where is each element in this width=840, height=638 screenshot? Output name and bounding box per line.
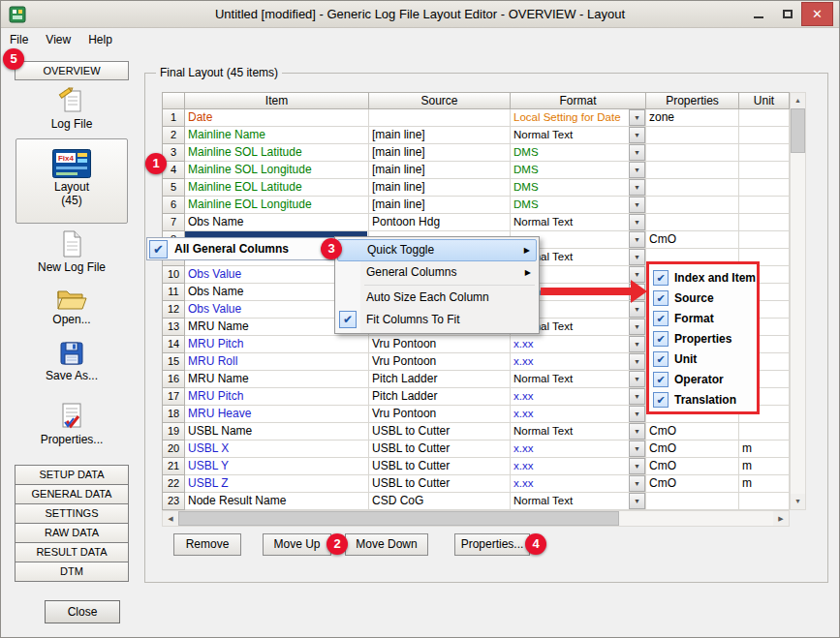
- table-row[interactable]: 3Mainline SOL Latitude[main line]DMS▼: [162, 144, 790, 162]
- vertical-scrollbar[interactable]: ▲ ▼: [790, 92, 806, 510]
- table-row[interactable]: 6Mainline EOL Longitude[main line]DMS▼: [162, 197, 790, 214]
- move-up-button[interactable]: Move Up: [263, 533, 331, 556]
- dropdown-arrow-icon[interactable]: ▼: [629, 475, 645, 492]
- checkbox-checked-icon[interactable]: ✔: [653, 351, 669, 367]
- menu-item-auto-size-each-column[interactable]: Auto Size Each Column: [337, 287, 537, 309]
- checkbox-checked-icon[interactable]: ✔: [653, 372, 669, 387]
- menu-item-fit-columns-to-fit[interactable]: Fit Columns To Fit✔: [337, 309, 537, 331]
- column-toggle-row[interactable]: ✔Properties: [653, 328, 757, 349]
- dropdown-arrow-icon[interactable]: ▼: [629, 441, 645, 457]
- sidebar-button-settings[interactable]: SETTINGS: [15, 503, 129, 524]
- column-toggle-row[interactable]: ✔Format: [653, 308, 757, 328]
- checkbox-checked-icon[interactable]: ✔: [653, 392, 669, 408]
- all-general-columns-bar[interactable]: ✔ All General Columns: [146, 237, 343, 260]
- format-cell: x.xx▼: [511, 406, 646, 423]
- table-row[interactable]: 22USBL ZUSBL to Cutterx.xx▼CmOm: [162, 475, 790, 493]
- sidebar-item-properties[interactable]: Properties...: [16, 402, 128, 446]
- dropdown-arrow-icon[interactable]: ▼: [629, 406, 645, 422]
- menu-item-general-columns[interactable]: General Columns▶: [337, 261, 537, 284]
- menu-item-help[interactable]: Help: [79, 28, 121, 51]
- format-cell: x.xx▼: [511, 388, 646, 406]
- table-row[interactable]: 2Mainline Name[main line]Normal Text▼: [162, 127, 790, 144]
- dropdown-arrow-icon[interactable]: ▼: [629, 197, 645, 213]
- sidebar-button-setup-data[interactable]: SETUP DATA: [15, 465, 129, 485]
- scroll-right-icon[interactable]: ▶: [773, 511, 789, 526]
- sidebar-button-general-data[interactable]: GENERAL DATA: [15, 484, 129, 504]
- annotation-badge-2: 2: [327, 533, 348, 555]
- table-row[interactable]: 20USBL XUSBL to Cutterx.xx▼CmOm: [162, 441, 790, 458]
- dropdown-arrow-icon[interactable]: ▼: [629, 162, 645, 178]
- dropdown-arrow-icon[interactable]: ▼: [629, 319, 645, 335]
- minimize-button[interactable]: [744, 2, 773, 26]
- close-button[interactable]: ✕: [801, 2, 833, 26]
- unit-cell: m: [739, 441, 790, 458]
- dropdown-arrow-icon[interactable]: ▼: [629, 388, 645, 405]
- move-down-button[interactable]: Move Down: [345, 533, 428, 556]
- dropdown-arrow-icon[interactable]: ▼: [629, 214, 645, 230]
- remove-button[interactable]: Remove: [173, 533, 241, 556]
- sidebar-item-log-file[interactable]: Log File: [16, 86, 128, 131]
- item-cell: MRU Roll: [185, 353, 369, 371]
- unit-cell: [739, 214, 790, 231]
- table-row[interactable]: 1DateLocal Setting for Date▼zone: [162, 109, 790, 127]
- dropdown-arrow-icon[interactable]: ▼: [629, 231, 645, 248]
- column-toggle-row[interactable]: ✔Source: [653, 288, 757, 308]
- close-dialog-button[interactable]: Close: [45, 600, 120, 623]
- table-row[interactable]: 23Node Result NameCSD CoGNormal Text▼: [162, 493, 790, 510]
- annotation-badge-4: 4: [525, 533, 546, 555]
- table-row[interactable]: 7Obs NamePontoon HdgNormal Text▼: [162, 214, 790, 231]
- menu-item-view[interactable]: View: [37, 28, 79, 51]
- row-number: 12: [162, 301, 185, 319]
- dropdown-arrow-icon[interactable]: ▼: [629, 336, 645, 352]
- sidebar-item-open[interactable]: Open...: [16, 286, 128, 326]
- sidebar-button-result-data[interactable]: RESULT DATA: [15, 542, 129, 562]
- scroll-left-icon[interactable]: ◀: [163, 511, 178, 526]
- source-cell: Pitch Ladder: [369, 388, 511, 406]
- sidebar-header-overview[interactable]: OVERVIEW: [15, 61, 129, 80]
- column-toggle-row[interactable]: ✔Operator: [653, 369, 757, 389]
- source-cell: Vru Pontoon: [369, 336, 511, 353]
- table-row[interactable]: 21USBL YUSBL to Cutterx.xx▼CmOm: [162, 458, 790, 475]
- menu-item-file[interactable]: File: [1, 28, 37, 51]
- checkbox-checked-icon[interactable]: ✔: [653, 311, 669, 326]
- dropdown-arrow-icon[interactable]: ▼: [629, 423, 645, 440]
- column-toggle-row[interactable]: ✔Translation: [653, 389, 757, 410]
- sidebar-item-new-log-file[interactable]: New Log File: [16, 229, 128, 274]
- row-number: 1: [162, 109, 185, 127]
- checkbox-checked-icon[interactable]: ✔: [653, 331, 669, 347]
- checkbox-checked-icon[interactable]: ✔: [149, 240, 168, 258]
- column-toggle-row[interactable]: ✔Index and Item: [653, 267, 757, 288]
- checkbox-checked-icon[interactable]: ✔: [339, 311, 357, 328]
- sidebar-button-raw-data[interactable]: RAW DATA: [15, 523, 129, 543]
- vertical-scroll-thumb[interactable]: [791, 108, 805, 153]
- dropdown-arrow-icon[interactable]: ▼: [629, 458, 645, 474]
- source-cell: [main line]: [369, 179, 511, 197]
- column-toggle-row[interactable]: ✔Unit: [653, 349, 757, 369]
- dropdown-arrow-icon[interactable]: ▼: [629, 353, 645, 370]
- dropdown-arrow-icon[interactable]: ▼: [629, 371, 645, 387]
- menu-item-quick-toggle[interactable]: Quick Toggle▶: [337, 239, 537, 261]
- properties-button[interactable]: Properties...: [454, 533, 530, 556]
- scroll-up-icon[interactable]: ▲: [791, 93, 805, 108]
- table-row[interactable]: 4Mainline SOL Longitude[main line]DMS▼: [162, 162, 790, 179]
- sidebar-item-layout[interactable]: Fix4 Layout (45): [16, 138, 128, 224]
- dropdown-arrow-icon[interactable]: ▼: [629, 109, 645, 126]
- sidebar-button-dtm[interactable]: DTM: [15, 562, 129, 582]
- dropdown-arrow-icon[interactable]: ▼: [629, 179, 645, 196]
- dropdown-arrow-icon[interactable]: ▼: [629, 127, 645, 143]
- dropdown-arrow-icon[interactable]: ▼: [629, 301, 645, 318]
- layout-icon: Fix4: [52, 149, 91, 178]
- dropdown-arrow-icon[interactable]: ▼: [629, 144, 645, 161]
- table-row[interactable]: 19USBL NameUSBL to CutterNormal Text▼CmO: [162, 423, 790, 441]
- scroll-down-icon[interactable]: ▼: [791, 494, 805, 509]
- horizontal-scrollbar[interactable]: ◀ ▶: [162, 510, 790, 527]
- dropdown-arrow-icon[interactable]: ▼: [629, 249, 645, 265]
- format-value: x.xx: [513, 408, 533, 419]
- checkbox-checked-icon[interactable]: ✔: [653, 270, 669, 286]
- maximize-button[interactable]: [773, 2, 801, 26]
- sidebar-item-save-as[interactable]: Save As...: [16, 340, 128, 382]
- horizontal-scroll-thumb[interactable]: [178, 511, 619, 526]
- checkbox-checked-icon[interactable]: ✔: [653, 290, 669, 306]
- dropdown-arrow-icon[interactable]: ▼: [629, 493, 645, 509]
- table-row[interactable]: 5Mainline EOL Latitude[main line]DMS▼: [162, 179, 790, 197]
